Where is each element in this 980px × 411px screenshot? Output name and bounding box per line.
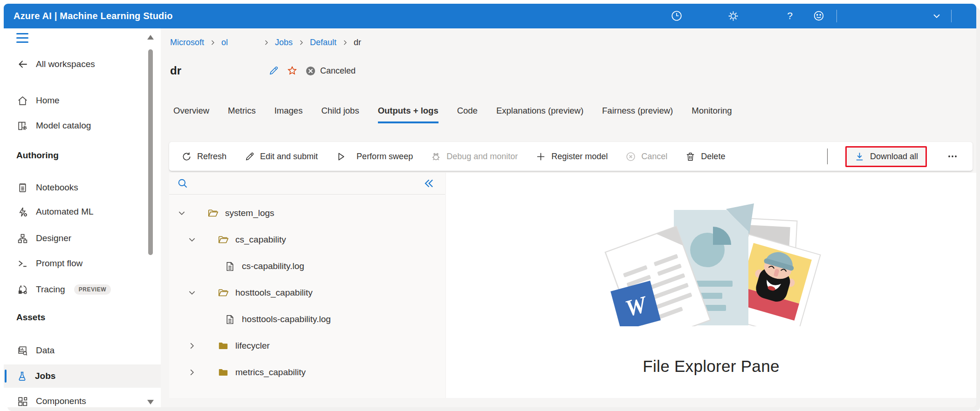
feedback-smiley-icon[interactable] xyxy=(812,9,826,23)
tree-row-folder[interactable]: system_logs xyxy=(169,200,445,226)
tree-row-folder[interactable]: lifecycler xyxy=(169,333,445,359)
breadcrumb-item[interactable]: Default xyxy=(310,38,336,47)
settings-gear-icon[interactable] xyxy=(726,9,740,23)
register-model-button[interactable]: Register model xyxy=(535,151,608,162)
trash-icon xyxy=(685,151,696,162)
command-bar: Refresh Edit and submit Perform sweep xyxy=(169,142,973,171)
job-status: Canceled xyxy=(305,66,356,76)
section-header-authoring: Authoring xyxy=(16,150,59,161)
tree-item-label: lifecycler xyxy=(235,341,270,351)
top-bar: Azure AI | Machine Learning Studio ? xyxy=(4,4,976,28)
tree-row-file[interactable]: cs-capability.log xyxy=(169,253,445,279)
tree-toolbar xyxy=(169,173,445,195)
tree-row-file[interactable]: hosttools-capability.log xyxy=(169,306,445,332)
tab-metrics[interactable]: Metrics xyxy=(228,106,256,123)
bug-icon xyxy=(431,151,441,162)
documents-illustration: W xyxy=(581,182,842,326)
chevron-right-icon[interactable] xyxy=(187,368,197,377)
favorite-star-button[interactable] xyxy=(287,65,298,76)
tab-child-jobs[interactable]: Child jobs xyxy=(321,106,359,123)
search-files-button[interactable] xyxy=(177,177,190,190)
sidebar-item-jobs[interactable]: Jobs xyxy=(4,364,161,388)
hamburger-icon xyxy=(16,33,28,43)
chevron-down-icon[interactable] xyxy=(177,209,187,217)
tree-row-folder[interactable]: metrics_capability xyxy=(169,359,445,385)
preview-badge: PREVIEW xyxy=(74,284,111,295)
sidebar-item-components[interactable]: Components xyxy=(4,392,161,407)
tree-row-folder[interactable]: cs_capability xyxy=(169,227,445,253)
tree-item-label: hosttools_capability xyxy=(235,288,313,298)
pencil-icon xyxy=(268,65,279,76)
clock-icon xyxy=(671,10,683,22)
tab-monitoring[interactable]: Monitoring xyxy=(692,106,732,123)
cancel-button[interactable]: Cancel xyxy=(625,151,667,162)
sidebar-item-model-catalog[interactable]: Model catalog xyxy=(4,116,161,135)
designer-icon xyxy=(16,232,29,245)
debug-and-monitor-button[interactable]: Debug and monitor xyxy=(431,151,518,162)
scrollbar-thumb[interactable] xyxy=(148,49,153,255)
tree-item-label: metrics_capability xyxy=(235,367,306,377)
tree-row-folder[interactable]: hosttools_capability xyxy=(169,280,445,306)
sidebar-scrollbar[interactable] xyxy=(151,28,157,407)
tree-item-label: cs_capability xyxy=(235,235,286,245)
more-commands-button[interactable] xyxy=(945,148,960,164)
jobs-flask-icon xyxy=(16,371,28,382)
sidebar-item-label: Prompt flow xyxy=(36,258,82,269)
app-title: Azure AI | Machine Learning Studio xyxy=(14,4,173,28)
all-workspaces-label: All workspaces xyxy=(36,59,95,69)
scroll-up-arrow[interactable] xyxy=(147,35,154,40)
collapse-pane-button[interactable] xyxy=(423,177,436,190)
sidebar-item-prompt-flow[interactable]: Prompt flow xyxy=(4,254,161,273)
help-icon[interactable]: ? xyxy=(783,9,797,23)
canceled-icon xyxy=(305,66,316,76)
chevron-down-icon[interactable] xyxy=(187,236,197,244)
sidebar-item-notebooks[interactable]: Notebooks xyxy=(4,178,161,197)
sidebar-item-label: Notebooks xyxy=(36,182,78,193)
sidebar-item-label: Model catalog xyxy=(36,121,91,131)
perform-sweep-button[interactable]: Perform sweep xyxy=(336,151,413,162)
refresh-icon xyxy=(181,151,192,162)
tab-images[interactable]: Images xyxy=(274,106,303,123)
folder-open-icon xyxy=(217,287,230,299)
tab-fairness[interactable]: Fairness (preview) xyxy=(602,106,673,123)
file-explorer-pane-caption: File Explorer Pane xyxy=(446,357,976,376)
history-clock-icon[interactable] xyxy=(670,9,684,23)
refresh-button[interactable]: Refresh xyxy=(181,151,226,162)
components-icon xyxy=(16,395,29,408)
sidebar-item-label: Tracing xyxy=(36,284,65,295)
scroll-down-arrow[interactable] xyxy=(147,400,154,404)
hamburger-menu-button[interactable] xyxy=(16,33,28,43)
notebooks-icon xyxy=(16,182,29,194)
sidebar-item-designer[interactable]: Designer xyxy=(4,229,161,248)
job-tabs: Overview Metrics Images Child jobs Outpu… xyxy=(173,106,732,123)
download-all-highlight-box: Download all xyxy=(845,146,927,167)
tab-outputs-logs[interactable]: Outputs + logs xyxy=(378,106,439,123)
pencil-icon xyxy=(244,151,255,162)
button-label: Perform sweep xyxy=(356,152,413,162)
tab-explanations[interactable]: Explanations (preview) xyxy=(496,106,583,123)
tab-overview[interactable]: Overview xyxy=(173,106,209,123)
sidebar-item-home[interactable]: Home xyxy=(4,91,161,110)
breadcrumb-chevron-icon xyxy=(263,40,269,46)
delete-button[interactable]: Delete xyxy=(685,151,725,162)
account-chevron-down-icon[interactable] xyxy=(930,9,944,23)
sidebar-item-data[interactable]: Data xyxy=(4,341,161,360)
button-label: Cancel xyxy=(641,152,667,162)
edit-and-submit-button[interactable]: Edit and submit xyxy=(244,151,318,162)
breadcrumb: Microsoft ol Jobs Default dr xyxy=(170,38,361,47)
selected-indicator xyxy=(5,370,7,383)
gear-icon xyxy=(727,10,740,22)
edit-job-name-button[interactable] xyxy=(268,65,279,76)
chevron-down-icon[interactable] xyxy=(187,289,197,297)
breadcrumb-item[interactable]: Microsoft xyxy=(170,38,204,47)
sidebar-item-automated-ml[interactable]: Automated ML xyxy=(4,202,161,221)
download-all-button[interactable]: Download all xyxy=(854,151,918,162)
tab-code[interactable]: Code xyxy=(457,106,478,123)
tree-item-label: hosttools-capability.log xyxy=(242,314,331,324)
breadcrumb-item[interactable]: ol xyxy=(221,38,228,47)
chevron-right-icon[interactable] xyxy=(187,342,197,350)
automated-ml-icon xyxy=(16,206,29,218)
breadcrumb-item[interactable]: Jobs xyxy=(275,38,293,47)
sidebar-item-tracing[interactable]: Tracing PREVIEW xyxy=(4,280,161,299)
all-workspaces-back[interactable]: All workspaces xyxy=(4,55,161,74)
